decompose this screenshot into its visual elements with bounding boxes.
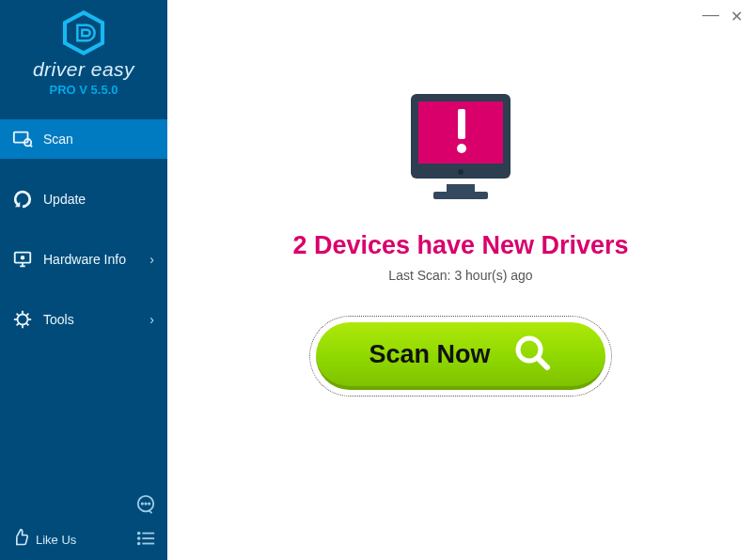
close-button[interactable]: ✕ (730, 8, 743, 25)
svg-line-14 (26, 323, 29, 326)
svg-marker-0 (65, 12, 102, 53)
svg-point-33 (458, 169, 463, 175)
main-content: 2 Devices have New Drivers Last Scan: 3 … (167, 0, 754, 390)
svg-rect-1 (14, 132, 28, 143)
svg-point-5 (22, 257, 24, 259)
sidebar-item-label: Scan (43, 132, 73, 147)
last-scan-text: Last Scan: 3 hour(s) ago (388, 268, 532, 283)
thumbs-up-icon (11, 528, 30, 551)
svg-line-35 (538, 358, 547, 367)
like-us-label: Like Us (36, 533, 76, 547)
main-panel: — ✕ 2 Devices have New Drivers Last Scan… (167, 0, 754, 560)
svg-point-32 (457, 144, 466, 153)
search-icon (511, 332, 553, 377)
brand-name: driver easy (0, 58, 167, 81)
svg-line-3 (30, 145, 32, 147)
scan-now-button[interactable]: Scan Now (316, 322, 605, 390)
chevron-right-icon: › (149, 252, 154, 267)
svg-line-13 (17, 314, 20, 317)
brand-logo-icon (60, 9, 107, 56)
sidebar-item-label: Update (43, 192, 86, 207)
brand-block: driver easy PRO V 5.5.0 (0, 0, 167, 104)
sidebar-item-scan[interactable]: Scan (0, 119, 167, 159)
svg-point-20 (149, 503, 149, 504)
sidebar-item-tools[interactable]: Tools › (0, 300, 167, 339)
svg-line-15 (17, 323, 20, 326)
scan-icon (11, 129, 34, 149)
svg-rect-31 (458, 109, 465, 139)
sidebar-nav: Scan Update Hardware Info › (0, 119, 167, 339)
svg-line-16 (26, 314, 29, 317)
like-us-button[interactable]: Like Us (11, 528, 156, 551)
svg-rect-28 (433, 192, 488, 199)
feedback-icon[interactable] (135, 494, 156, 519)
sidebar: driver easy PRO V 5.5.0 Scan Update (0, 0, 167, 560)
chevron-right-icon: › (149, 312, 154, 327)
sidebar-item-label: Hardware Info (43, 252, 126, 267)
sidebar-item-hardware-info[interactable]: Hardware Info › (0, 240, 167, 279)
hardware-info-icon (11, 249, 34, 270)
minimize-button[interactable]: — (702, 8, 719, 25)
alert-monitor-icon (400, 86, 522, 209)
window-controls: — ✕ (702, 8, 743, 25)
scan-now-label: Scan Now (369, 340, 490, 369)
update-icon (11, 189, 34, 210)
svg-point-19 (145, 503, 146, 504)
svg-point-18 (142, 503, 143, 504)
sidebar-item-update[interactable]: Update (0, 179, 167, 219)
headline-text: 2 Devices have New Drivers (292, 231, 628, 260)
brand-version: PRO V 5.5.0 (0, 83, 167, 97)
sidebar-item-label: Tools (43, 312, 74, 327)
sidebar-footer: Like Us (0, 528, 167, 551)
tools-icon (11, 309, 34, 330)
